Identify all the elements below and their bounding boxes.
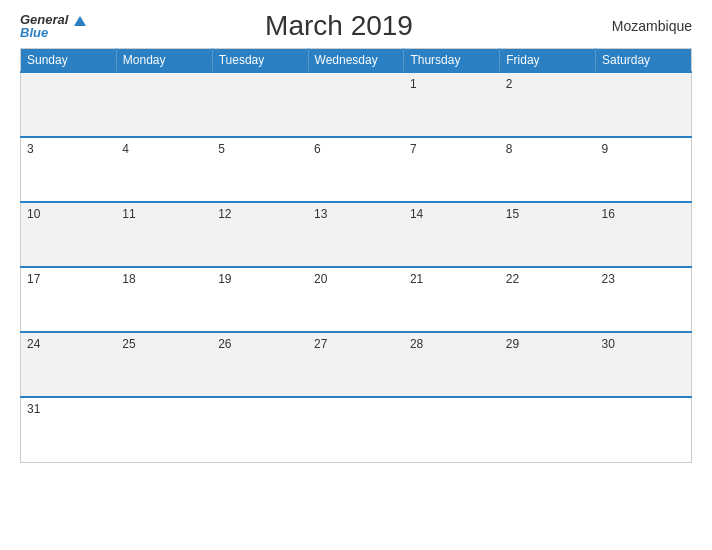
day-number: 14 bbox=[410, 207, 423, 221]
day-number: 12 bbox=[218, 207, 231, 221]
calendar-day-cell bbox=[212, 72, 308, 137]
calendar-week-row: 3456789 bbox=[21, 137, 692, 202]
calendar-day-cell: 28 bbox=[404, 332, 500, 397]
day-number: 6 bbox=[314, 142, 321, 156]
calendar-day-cell bbox=[404, 397, 500, 462]
col-thursday: Thursday bbox=[404, 49, 500, 73]
calendar-day-cell: 24 bbox=[21, 332, 117, 397]
day-number: 9 bbox=[602, 142, 609, 156]
calendar-day-cell: 7 bbox=[404, 137, 500, 202]
calendar-day-cell: 14 bbox=[404, 202, 500, 267]
calendar-day-cell: 11 bbox=[116, 202, 212, 267]
day-number: 10 bbox=[27, 207, 40, 221]
day-number: 4 bbox=[122, 142, 129, 156]
calendar-table: Sunday Monday Tuesday Wednesday Thursday… bbox=[20, 48, 692, 463]
calendar-day-cell bbox=[596, 397, 692, 462]
page-header: General Blue March 2019 Mozambique bbox=[20, 10, 692, 42]
day-number: 22 bbox=[506, 272, 519, 286]
day-number: 23 bbox=[602, 272, 615, 286]
days-of-week-row: Sunday Monday Tuesday Wednesday Thursday… bbox=[21, 49, 692, 73]
day-number: 8 bbox=[506, 142, 513, 156]
calendar-week-row: 24252627282930 bbox=[21, 332, 692, 397]
calendar-week-row: 31 bbox=[21, 397, 692, 462]
calendar-day-cell: 22 bbox=[500, 267, 596, 332]
calendar-title: March 2019 bbox=[86, 10, 592, 42]
calendar-day-cell: 27 bbox=[308, 332, 404, 397]
day-number: 16 bbox=[602, 207, 615, 221]
day-number: 25 bbox=[122, 337, 135, 351]
day-number: 2 bbox=[506, 77, 513, 91]
calendar-day-cell: 25 bbox=[116, 332, 212, 397]
calendar-week-row: 12 bbox=[21, 72, 692, 137]
calendar-day-cell: 30 bbox=[596, 332, 692, 397]
calendar-day-cell bbox=[212, 397, 308, 462]
calendar-day-cell: 12 bbox=[212, 202, 308, 267]
calendar-day-cell: 5 bbox=[212, 137, 308, 202]
calendar-day-cell: 26 bbox=[212, 332, 308, 397]
day-number: 18 bbox=[122, 272, 135, 286]
calendar-day-cell: 9 bbox=[596, 137, 692, 202]
col-saturday: Saturday bbox=[596, 49, 692, 73]
calendar-day-cell bbox=[308, 72, 404, 137]
day-number: 29 bbox=[506, 337, 519, 351]
calendar-day-cell: 16 bbox=[596, 202, 692, 267]
calendar-day-cell: 13 bbox=[308, 202, 404, 267]
calendar-day-cell: 2 bbox=[500, 72, 596, 137]
calendar-day-cell: 23 bbox=[596, 267, 692, 332]
calendar-week-row: 17181920212223 bbox=[21, 267, 692, 332]
calendar-day-cell bbox=[596, 72, 692, 137]
calendar-day-cell: 21 bbox=[404, 267, 500, 332]
calendar-day-cell: 31 bbox=[21, 397, 117, 462]
logo: General Blue bbox=[20, 13, 86, 39]
day-number: 20 bbox=[314, 272, 327, 286]
calendar-day-cell: 15 bbox=[500, 202, 596, 267]
day-number: 13 bbox=[314, 207, 327, 221]
calendar-day-cell: 4 bbox=[116, 137, 212, 202]
calendar-day-cell: 19 bbox=[212, 267, 308, 332]
day-number: 7 bbox=[410, 142, 417, 156]
day-number: 5 bbox=[218, 142, 225, 156]
day-number: 31 bbox=[27, 402, 40, 416]
calendar-day-cell: 1 bbox=[404, 72, 500, 137]
calendar-day-cell bbox=[116, 72, 212, 137]
calendar-day-cell bbox=[21, 72, 117, 137]
day-number: 15 bbox=[506, 207, 519, 221]
calendar-week-row: 10111213141516 bbox=[21, 202, 692, 267]
logo-blue-text: Blue bbox=[20, 26, 48, 39]
calendar-day-cell bbox=[116, 397, 212, 462]
calendar-day-cell: 6 bbox=[308, 137, 404, 202]
calendar-day-cell bbox=[308, 397, 404, 462]
day-number: 17 bbox=[27, 272, 40, 286]
day-number: 24 bbox=[27, 337, 40, 351]
day-number: 26 bbox=[218, 337, 231, 351]
calendar-day-cell: 29 bbox=[500, 332, 596, 397]
day-number: 1 bbox=[410, 77, 417, 91]
day-number: 3 bbox=[27, 142, 34, 156]
day-number: 27 bbox=[314, 337, 327, 351]
calendar-day-cell: 18 bbox=[116, 267, 212, 332]
calendar-body: 1234567891011121314151617181920212223242… bbox=[21, 72, 692, 462]
calendar-day-cell: 8 bbox=[500, 137, 596, 202]
calendar-day-cell: 20 bbox=[308, 267, 404, 332]
col-wednesday: Wednesday bbox=[308, 49, 404, 73]
day-number: 21 bbox=[410, 272, 423, 286]
day-number: 19 bbox=[218, 272, 231, 286]
col-friday: Friday bbox=[500, 49, 596, 73]
country-label: Mozambique bbox=[592, 18, 692, 34]
col-sunday: Sunday bbox=[21, 49, 117, 73]
day-number: 28 bbox=[410, 337, 423, 351]
calendar-day-cell: 10 bbox=[21, 202, 117, 267]
calendar-day-cell: 3 bbox=[21, 137, 117, 202]
day-number: 30 bbox=[602, 337, 615, 351]
day-number: 11 bbox=[122, 207, 135, 221]
calendar-day-cell bbox=[500, 397, 596, 462]
col-tuesday: Tuesday bbox=[212, 49, 308, 73]
calendar-header: Sunday Monday Tuesday Wednesday Thursday… bbox=[21, 49, 692, 73]
col-monday: Monday bbox=[116, 49, 212, 73]
calendar-day-cell: 17 bbox=[21, 267, 117, 332]
